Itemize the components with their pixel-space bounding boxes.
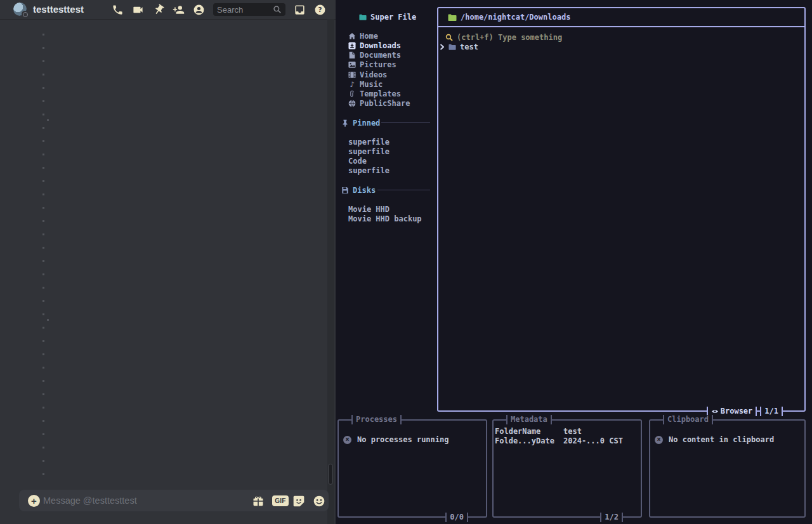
current-path: /home/nightcat/Downloads bbox=[461, 13, 570, 22]
metadata-title: Metadata bbox=[506, 415, 552, 424]
none-icon: × bbox=[655, 436, 663, 444]
sidebar-item-downloads[interactable]: Downloads bbox=[348, 41, 401, 50]
sidebar-item-music[interactable]: ♪ Music bbox=[348, 79, 383, 89]
message-marker-dot bbox=[47, 119, 49, 121]
image-icon bbox=[348, 61, 357, 69]
chat-scrollbar-track bbox=[327, 19, 334, 524]
message-placeholder: Message @testtesttest bbox=[43, 495, 137, 506]
metadata-counter: 1/2 bbox=[600, 513, 623, 522]
search-input[interactable]: Search bbox=[213, 3, 285, 16]
pinned-item[interactable]: Code bbox=[348, 156, 367, 166]
attach-plus-icon[interactable]: + bbox=[28, 495, 40, 507]
app-title: Super File bbox=[358, 12, 416, 22]
sidebar-item-pictures[interactable]: Pictures bbox=[348, 60, 396, 69]
status-indicator-icon bbox=[22, 11, 28, 17]
gif-picker-icon[interactable]: GIF bbox=[272, 495, 289, 506]
svg-text:?: ? bbox=[318, 6, 322, 13]
pinned-section-header: Pinned bbox=[341, 118, 380, 128]
discord-chat-pane: testtesttest Search bbox=[0, 0, 336, 524]
message-markers bbox=[43, 34, 44, 476]
section-divider bbox=[377, 190, 430, 190]
disk-item[interactable]: Movie HHD bbox=[348, 204, 390, 214]
panel-counter: 1/1 bbox=[760, 407, 783, 416]
file-browser-panel: /home/nightcat/Downloads (ctrl+f) Type s… bbox=[437, 7, 806, 412]
document-icon bbox=[348, 51, 357, 59]
folder-icon bbox=[448, 43, 457, 51]
metadata-row: Folde...yDate 2024-...0 CST bbox=[495, 436, 639, 446]
clipboard-panel: Clipboard × No content in clipboard bbox=[649, 419, 806, 518]
sidebar-item-documents[interactable]: Documents bbox=[348, 50, 401, 60]
sidebar-item-publicshare[interactable]: PublicShare bbox=[348, 98, 410, 108]
screen: testtesttest Search bbox=[0, 0, 812, 524]
clipboard-empty-message: × No content in clipboard bbox=[655, 435, 774, 444]
sidebar-item-templates[interactable]: Templates bbox=[348, 89, 401, 98]
film-icon bbox=[348, 71, 357, 79]
metadata-panel: Metadata FolderName test Folde...yDate 2… bbox=[492, 419, 642, 518]
emoji-icon[interactable] bbox=[312, 494, 326, 508]
processes-empty-message: × No processes running bbox=[343, 435, 449, 444]
search-icon bbox=[445, 34, 454, 41]
help-icon[interactable]: ? bbox=[313, 3, 326, 16]
metadata-rows: FolderName test Folde...yDate 2024-...0 … bbox=[495, 427, 639, 446]
chat-scrollbar-thumb[interactable] bbox=[328, 464, 333, 485]
pinned-item[interactable]: superfile bbox=[348, 166, 390, 175]
browser-footer: Browser 1/1 bbox=[707, 407, 783, 416]
music-icon: ♪ bbox=[348, 80, 357, 89]
superfile-app: Super File Home Downloads Documents Pict… bbox=[336, 0, 812, 524]
pin-icon[interactable] bbox=[152, 3, 165, 16]
file-search-input[interactable]: (ctrl+f) Type something bbox=[445, 33, 562, 42]
sidebar-item-videos[interactable]: Videos bbox=[348, 70, 387, 79]
mode-badge: Browser bbox=[707, 407, 757, 416]
home-icon bbox=[348, 32, 357, 40]
sidebar-item-home[interactable]: Home bbox=[348, 31, 378, 41]
profile-icon[interactable] bbox=[192, 3, 205, 16]
file-name: test bbox=[460, 43, 478, 51]
dm-header: testtesttest Search bbox=[0, 0, 336, 19]
add-friend-icon[interactable] bbox=[172, 3, 185, 16]
metadata-row: FolderName test bbox=[495, 427, 639, 436]
call-icon[interactable] bbox=[111, 3, 124, 16]
gift-icon[interactable] bbox=[251, 494, 265, 508]
dm-title: testtesttest bbox=[33, 4, 84, 15]
search-placeholder: Search bbox=[217, 5, 273, 15]
inbox-icon[interactable] bbox=[293, 3, 306, 16]
processes-title: Processes bbox=[351, 415, 402, 424]
folder-icon bbox=[447, 13, 457, 22]
sticker-icon[interactable] bbox=[292, 494, 306, 508]
message-marker-dot bbox=[47, 319, 49, 321]
eye-icon bbox=[711, 409, 719, 414]
pinned-item[interactable]: superfile bbox=[348, 137, 390, 147]
message-composer[interactable]: + Message @testtesttest GIF bbox=[19, 490, 329, 511]
globe-icon bbox=[348, 100, 357, 107]
download-icon bbox=[348, 42, 357, 49]
disk-icon bbox=[341, 187, 350, 194]
processes-panel: Processes × No processes running 0/0 bbox=[337, 419, 487, 518]
disks-section-header: Disks bbox=[341, 185, 376, 195]
path-bar: /home/nightcat/Downloads bbox=[438, 8, 804, 27]
clipboard-title: Clipboard bbox=[663, 415, 713, 424]
none-icon: × bbox=[343, 436, 351, 444]
search-icon bbox=[273, 5, 282, 14]
video-call-icon[interactable] bbox=[131, 3, 144, 16]
file-row-test[interactable]: test bbox=[440, 43, 478, 51]
processes-counter: 0/0 bbox=[445, 513, 468, 522]
clip-icon bbox=[348, 90, 357, 98]
section-divider bbox=[381, 122, 430, 123]
disk-item[interactable]: Movie HHD backup bbox=[348, 214, 422, 223]
cursor-chevron-icon bbox=[440, 44, 447, 50]
folder-icon bbox=[358, 13, 367, 21]
file-search-placeholder: (ctrl+f) Type something bbox=[457, 33, 562, 42]
pin-icon bbox=[341, 119, 350, 127]
pinned-item[interactable]: superfile bbox=[348, 147, 390, 156]
